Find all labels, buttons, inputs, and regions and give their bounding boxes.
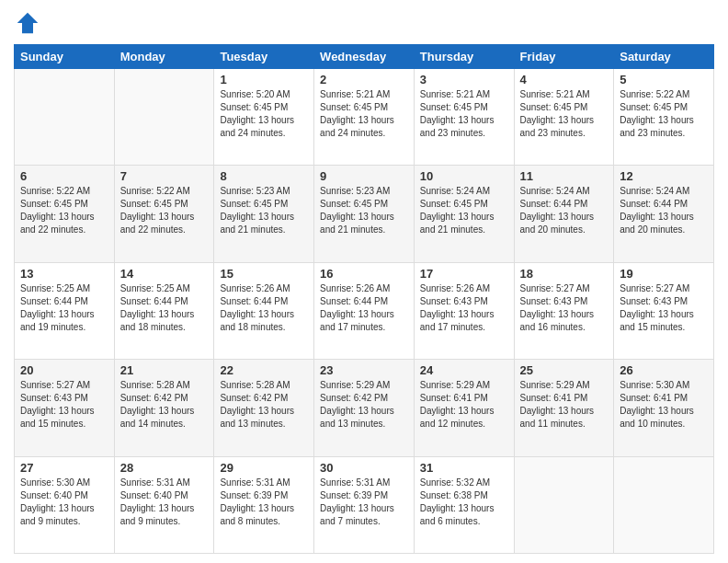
day-info: Sunrise: 5:26 AM Sunset: 6:44 PM Dayligh… <box>220 282 308 334</box>
day-number: 6 <box>20 169 108 183</box>
weekday-header-sunday: Sunday <box>15 45 115 69</box>
day-number: 13 <box>20 267 108 281</box>
calendar-cell-5-7 <box>614 456 714 553</box>
day-info: Sunrise: 5:24 AM Sunset: 6:44 PM Dayligh… <box>620 185 708 236</box>
calendar-cell-2-1: 6Sunrise: 5:22 AM Sunset: 6:45 PM Daylig… <box>15 166 115 262</box>
day-number: 19 <box>620 267 708 281</box>
logo <box>14 9 45 37</box>
day-info: Sunrise: 5:31 AM Sunset: 6:39 PM Dayligh… <box>220 477 308 528</box>
calendar-cell-1-1 <box>15 69 115 166</box>
day-number: 2 <box>320 73 408 86</box>
day-number: 9 <box>320 169 408 183</box>
week-row-4: 20Sunrise: 5:27 AM Sunset: 6:43 PM Dayli… <box>15 360 714 456</box>
calendar-cell-4-1: 20Sunrise: 5:27 AM Sunset: 6:43 PM Dayli… <box>15 360 115 456</box>
day-info: Sunrise: 5:27 AM Sunset: 6:43 PM Dayligh… <box>620 282 708 334</box>
day-info: Sunrise: 5:29 AM Sunset: 6:41 PM Dayligh… <box>420 379 508 431</box>
calendar-cell-1-2 <box>114 69 214 166</box>
calendar-cell-3-6: 18Sunrise: 5:27 AM Sunset: 6:43 PM Dayli… <box>514 262 614 359</box>
day-info: Sunrise: 5:20 AM Sunset: 6:45 PM Dayligh… <box>220 88 308 140</box>
calendar-cell-5-3: 29Sunrise: 5:31 AM Sunset: 6:39 PM Dayli… <box>214 456 314 553</box>
calendar-cell-1-3: 1Sunrise: 5:20 AM Sunset: 6:45 PM Daylig… <box>214 69 314 166</box>
day-number: 5 <box>620 73 708 86</box>
day-number: 31 <box>420 461 508 475</box>
day-info: Sunrise: 5:21 AM Sunset: 6:45 PM Dayligh… <box>420 88 508 140</box>
day-number: 12 <box>620 169 708 183</box>
day-number: 27 <box>20 461 108 475</box>
day-info: Sunrise: 5:26 AM Sunset: 6:43 PM Dayligh… <box>420 282 508 334</box>
calendar-cell-4-5: 24Sunrise: 5:29 AM Sunset: 6:41 PM Dayli… <box>414 360 514 456</box>
day-number: 15 <box>220 267 308 281</box>
day-number: 11 <box>520 169 609 183</box>
calendar-cell-5-4: 30Sunrise: 5:31 AM Sunset: 6:39 PM Dayli… <box>314 456 415 553</box>
weekday-header-saturday: Saturday <box>614 45 714 69</box>
page: SundayMondayTuesdayWednesdayThursdayFrid… <box>0 0 728 563</box>
calendar-cell-2-2: 7Sunrise: 5:22 AM Sunset: 6:45 PM Daylig… <box>114 166 214 262</box>
day-number: 3 <box>420 73 508 86</box>
day-info: Sunrise: 5:23 AM Sunset: 6:45 PM Dayligh… <box>220 185 308 236</box>
day-number: 29 <box>220 461 308 475</box>
calendar-cell-1-4: 2Sunrise: 5:21 AM Sunset: 6:45 PM Daylig… <box>314 69 415 166</box>
calendar-cell-3-7: 19Sunrise: 5:27 AM Sunset: 6:43 PM Dayli… <box>614 262 714 359</box>
week-row-5: 27Sunrise: 5:30 AM Sunset: 6:40 PM Dayli… <box>15 456 714 553</box>
day-info: Sunrise: 5:27 AM Sunset: 6:43 PM Dayligh… <box>20 379 108 431</box>
calendar-cell-5-2: 28Sunrise: 5:31 AM Sunset: 6:40 PM Dayli… <box>114 456 214 553</box>
day-number: 4 <box>520 73 609 86</box>
day-info: Sunrise: 5:22 AM Sunset: 6:45 PM Dayligh… <box>120 185 209 236</box>
day-number: 22 <box>220 363 308 377</box>
day-number: 18 <box>520 267 609 281</box>
logo-icon <box>14 9 41 37</box>
calendar-cell-3-1: 13Sunrise: 5:25 AM Sunset: 6:44 PM Dayli… <box>15 262 115 359</box>
day-number: 30 <box>320 461 408 475</box>
day-info: Sunrise: 5:31 AM Sunset: 6:40 PM Dayligh… <box>120 477 209 528</box>
day-info: Sunrise: 5:24 AM Sunset: 6:44 PM Dayligh… <box>520 185 609 236</box>
header <box>14 9 714 37</box>
day-number: 28 <box>120 461 209 475</box>
day-info: Sunrise: 5:30 AM Sunset: 6:41 PM Dayligh… <box>620 379 708 431</box>
day-number: 7 <box>120 169 209 183</box>
calendar-cell-3-3: 15Sunrise: 5:26 AM Sunset: 6:44 PM Dayli… <box>214 262 314 359</box>
day-number: 14 <box>120 267 209 281</box>
calendar-cell-3-5: 17Sunrise: 5:26 AM Sunset: 6:43 PM Dayli… <box>414 262 514 359</box>
day-info: Sunrise: 5:25 AM Sunset: 6:44 PM Dayligh… <box>120 282 209 334</box>
day-info: Sunrise: 5:32 AM Sunset: 6:38 PM Dayligh… <box>420 477 508 528</box>
day-info: Sunrise: 5:29 AM Sunset: 6:41 PM Dayligh… <box>520 379 609 431</box>
day-number: 17 <box>420 267 508 281</box>
day-info: Sunrise: 5:24 AM Sunset: 6:45 PM Dayligh… <box>420 185 508 236</box>
day-info: Sunrise: 5:29 AM Sunset: 6:42 PM Dayligh… <box>320 379 408 431</box>
svg-marker-0 <box>17 13 39 34</box>
calendar-cell-4-2: 21Sunrise: 5:28 AM Sunset: 6:42 PM Dayli… <box>114 360 214 456</box>
calendar-cell-2-7: 12Sunrise: 5:24 AM Sunset: 6:44 PM Dayli… <box>614 166 714 262</box>
week-row-1: 1Sunrise: 5:20 AM Sunset: 6:45 PM Daylig… <box>15 69 714 166</box>
calendar-cell-5-1: 27Sunrise: 5:30 AM Sunset: 6:40 PM Dayli… <box>15 456 115 553</box>
day-info: Sunrise: 5:30 AM Sunset: 6:40 PM Dayligh… <box>20 477 108 528</box>
weekday-header-monday: Monday <box>114 45 214 69</box>
calendar-cell-1-6: 4Sunrise: 5:21 AM Sunset: 6:45 PM Daylig… <box>514 69 614 166</box>
day-info: Sunrise: 5:31 AM Sunset: 6:39 PM Dayligh… <box>320 477 408 528</box>
calendar-cell-3-2: 14Sunrise: 5:25 AM Sunset: 6:44 PM Dayli… <box>114 262 214 359</box>
calendar-cell-4-6: 25Sunrise: 5:29 AM Sunset: 6:41 PM Dayli… <box>514 360 614 456</box>
day-info: Sunrise: 5:25 AM Sunset: 6:44 PM Dayligh… <box>20 282 108 334</box>
calendar-cell-1-7: 5Sunrise: 5:22 AM Sunset: 6:45 PM Daylig… <box>614 69 714 166</box>
day-number: 23 <box>320 363 408 377</box>
day-number: 8 <box>220 169 308 183</box>
calendar-cell-4-7: 26Sunrise: 5:30 AM Sunset: 6:41 PM Dayli… <box>614 360 714 456</box>
calendar-table: SundayMondayTuesdayWednesdayThursdayFrid… <box>14 44 714 554</box>
day-info: Sunrise: 5:27 AM Sunset: 6:43 PM Dayligh… <box>520 282 609 334</box>
week-row-3: 13Sunrise: 5:25 AM Sunset: 6:44 PM Dayli… <box>15 262 714 359</box>
day-number: 24 <box>420 363 508 377</box>
weekday-header-tuesday: Tuesday <box>214 45 314 69</box>
weekday-header-thursday: Thursday <box>414 45 514 69</box>
day-info: Sunrise: 5:28 AM Sunset: 6:42 PM Dayligh… <box>120 379 209 431</box>
weekday-header-row: SundayMondayTuesdayWednesdayThursdayFrid… <box>15 45 714 69</box>
day-number: 10 <box>420 169 508 183</box>
day-number: 26 <box>620 363 708 377</box>
day-number: 25 <box>520 363 609 377</box>
calendar-cell-2-4: 9Sunrise: 5:23 AM Sunset: 6:45 PM Daylig… <box>314 166 415 262</box>
day-info: Sunrise: 5:22 AM Sunset: 6:45 PM Dayligh… <box>620 88 708 140</box>
day-number: 21 <box>120 363 209 377</box>
calendar-cell-2-3: 8Sunrise: 5:23 AM Sunset: 6:45 PM Daylig… <box>214 166 314 262</box>
day-info: Sunrise: 5:22 AM Sunset: 6:45 PM Dayligh… <box>20 185 108 236</box>
calendar-cell-4-3: 22Sunrise: 5:28 AM Sunset: 6:42 PM Dayli… <box>214 360 314 456</box>
day-number: 16 <box>320 267 408 281</box>
calendar-cell-4-4: 23Sunrise: 5:29 AM Sunset: 6:42 PM Dayli… <box>314 360 415 456</box>
